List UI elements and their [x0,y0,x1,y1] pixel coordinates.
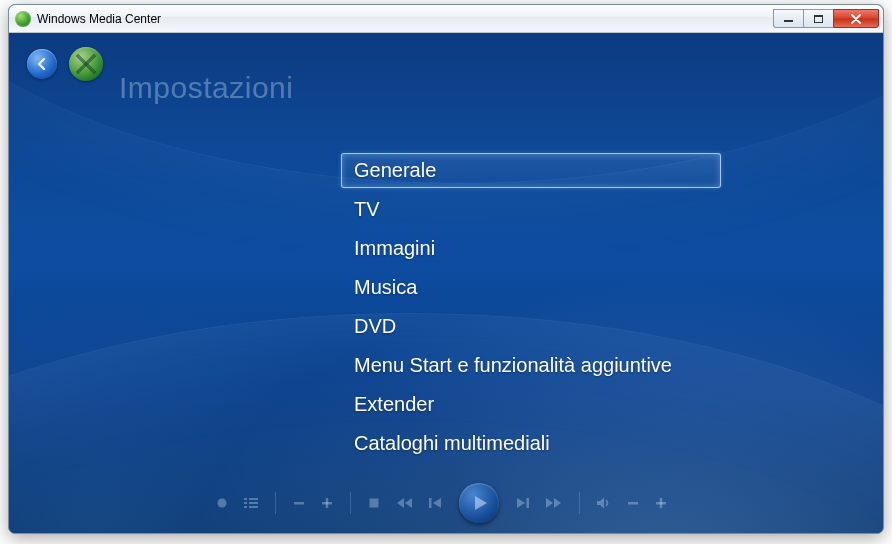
rewind-button[interactable] [395,496,413,510]
guide-button[interactable] [243,496,259,510]
play-button[interactable] [459,483,499,523]
svg-rect-2 [249,498,258,500]
titlebar: Windows Media Center [9,5,883,33]
back-arrow-icon [34,56,50,72]
skip-forward-icon [515,496,531,510]
content-area: Impostazioni Generale TV Immagini Musica… [9,33,883,533]
volume-down-button[interactable] [626,496,640,510]
channel-up-button[interactable] [320,496,334,510]
menu-item-immagini[interactable]: Immagini [341,231,721,266]
record-button[interactable] [215,496,229,510]
menu-item-cataloghi[interactable]: Cataloghi multimediali [341,426,721,461]
svg-point-0 [217,499,226,508]
maximize-button[interactable] [803,9,833,28]
transport-bar [9,483,883,523]
svg-rect-5 [244,506,247,508]
guide-icon [243,496,259,510]
svg-rect-13 [628,502,638,505]
app-window: Windows Media Center Impostazioni Genera… [8,4,884,534]
menu-item-generale[interactable]: Generale [341,153,721,188]
volume-up-button[interactable] [654,496,668,510]
skip-back-button[interactable] [427,496,443,510]
menu-item-dvd[interactable]: DVD [341,309,721,344]
rewind-icon [395,496,413,510]
menu-item-musica[interactable]: Musica [341,270,721,305]
skip-back-icon [427,496,443,510]
minimize-icon [784,20,793,22]
wmc-logo-button[interactable] [69,47,103,81]
mute-button[interactable] [596,496,612,510]
plus-icon [320,496,334,510]
svg-rect-10 [369,499,378,508]
separator [579,492,580,514]
record-icon [215,496,229,510]
minimize-button[interactable] [773,9,803,28]
fast-forward-icon [545,496,563,510]
svg-rect-3 [244,502,247,504]
svg-rect-7 [294,502,304,505]
speaker-icon [596,496,612,510]
window-title: Windows Media Center [37,12,161,26]
settings-menu: Generale TV Immagini Musica DVD Menu Sta… [341,153,721,465]
stop-icon [367,496,381,510]
svg-rect-6 [249,506,258,508]
stop-button[interactable] [367,496,381,510]
svg-rect-11 [429,498,432,508]
skip-forward-button[interactable] [515,496,531,510]
fast-forward-button[interactable] [545,496,563,510]
menu-item-tv[interactable]: TV [341,192,721,227]
channel-down-button[interactable] [292,496,306,510]
top-nav [27,47,103,81]
svg-rect-4 [249,502,258,504]
close-icon [850,14,862,24]
window-controls [773,9,879,28]
plus-icon [654,496,668,510]
app-icon [15,11,31,27]
close-button[interactable] [833,9,879,28]
page-heading: Impostazioni [119,71,293,105]
separator [275,492,276,514]
back-button[interactable] [27,49,57,79]
svg-rect-1 [244,498,247,500]
maximize-icon [814,15,823,23]
minus-icon [626,496,640,510]
separator [350,492,351,514]
minus-icon [292,496,306,510]
menu-item-extender[interactable]: Extender [341,387,721,422]
svg-rect-9 [325,498,328,508]
menu-item-menustart[interactable]: Menu Start e funzionalità aggiuntive [341,348,721,383]
play-icon [471,494,489,512]
svg-rect-15 [659,498,662,508]
svg-rect-12 [526,498,529,508]
